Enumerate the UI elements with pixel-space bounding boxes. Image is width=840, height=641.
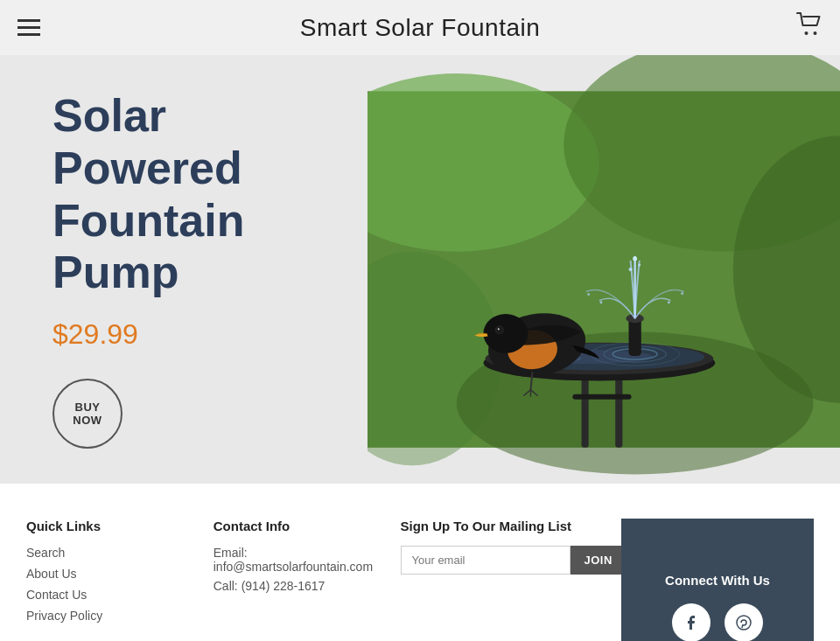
email-input[interactable] (401, 546, 570, 575)
svg-point-30 (483, 314, 528, 353)
contact-email: Email: info@smartsolarfountain.com (214, 546, 383, 574)
menu-icon[interactable] (18, 19, 40, 36)
pinterest-button[interactable] (724, 603, 763, 641)
site-title: Smart Solar Fountain (300, 14, 541, 42)
footer-connect: Connect With Us (621, 519, 814, 641)
svg-point-34 (737, 616, 751, 630)
mailing-heading: Sign Up To Our Mailing List (401, 519, 605, 533)
svg-point-24 (599, 301, 602, 303)
svg-point-33 (498, 328, 500, 330)
footer-link-search[interactable]: Search (26, 546, 102, 560)
hero-price: $29.99 (52, 318, 324, 351)
join-button[interactable]: JOIN (570, 546, 626, 575)
svg-point-23 (633, 256, 637, 261)
hero-text-block: Solar Powered Fountain Pump $29.99 BUY N… (0, 55, 368, 484)
hero-title: Solar Powered Fountain Pump (52, 90, 324, 299)
contact-call: Call: (914) 228-1617 (214, 579, 383, 593)
footer-main: Quick Links Search About Us Contact Us P… (0, 484, 840, 641)
hero-image (368, 55, 840, 484)
footer-link-privacy[interactable]: Privacy Policy (26, 609, 102, 623)
svg-rect-10 (572, 394, 631, 400)
mailing-form: JOIN (401, 546, 605, 575)
connect-heading: Connect With Us (665, 573, 770, 588)
quick-links-heading: Quick Links (26, 519, 196, 533)
cart-icon[interactable] (796, 12, 822, 43)
buy-now-button[interactable]: BUY NOW (52, 379, 122, 449)
svg-point-21 (629, 268, 633, 271)
footer-quick-links: Quick Links Search About Us Contact Us P… (26, 519, 196, 641)
footer-link-contact[interactable]: Contact Us (26, 588, 102, 602)
svg-rect-19 (629, 318, 641, 356)
social-icons (672, 603, 763, 641)
svg-point-1 (814, 31, 817, 35)
contact-heading: Contact Info (214, 519, 383, 533)
footer-contact-info: Contact Info Email: info@smartsolarfount… (214, 519, 383, 641)
svg-point-22 (638, 263, 640, 266)
svg-point-26 (668, 301, 670, 303)
svg-point-27 (681, 292, 683, 295)
footer-link-group-1: Search About Us Contact Us Privacy Polic… (26, 546, 102, 623)
svg-point-0 (805, 31, 808, 35)
footer-links-container: Search About Us Contact Us Privacy Polic… (26, 546, 196, 641)
footer-link-about[interactable]: About Us (26, 567, 102, 581)
header: Smart Solar Fountain (0, 0, 840, 55)
svg-point-25 (587, 293, 590, 296)
footer-mailing-list: Sign Up To Our Mailing List JOIN (401, 519, 605, 641)
footer: Quick Links Search About Us Contact Us P… (0, 484, 840, 641)
hero-section: Solar Powered Fountain Pump $29.99 BUY N… (0, 55, 840, 484)
svg-point-32 (496, 327, 502, 333)
facebook-button[interactable] (672, 603, 710, 641)
